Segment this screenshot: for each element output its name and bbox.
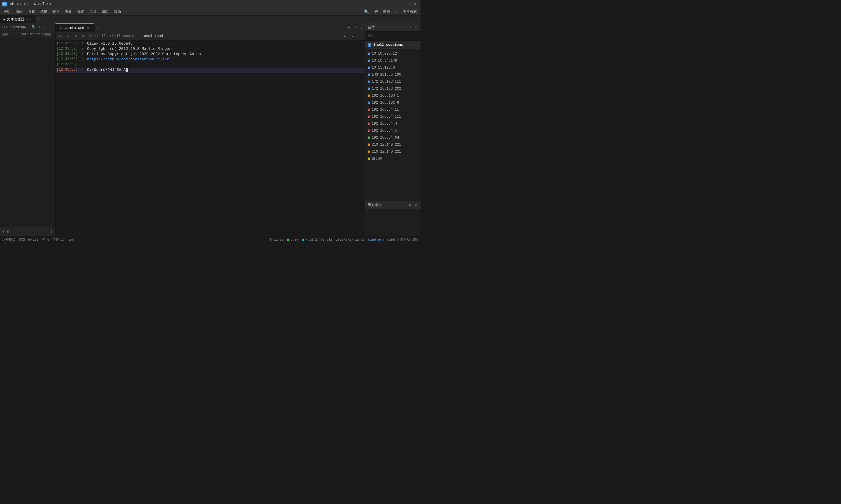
line-4-content: https://github.com/chrisant996/clink [87,57,364,61]
add-tab-button[interactable]: + [94,23,102,32]
session-item[interactable]: 210.12.140.221 [365,141,420,148]
close-chat-icon[interactable]: ✕ [413,25,418,30]
more-options-icon[interactable]: ⋯ [49,25,53,30]
edit-label[interactable]: 编照 [412,237,418,242]
scroll-down-icon[interactable]: ∨ [349,33,356,39]
line-3-content: Portions Copyright (c) 2020-2022 Christo… [87,52,364,56]
session-item[interactable]: 192.168.64.4 [365,120,420,127]
menu-item-view[interactable]: 查看 [63,9,74,15]
shell-sessions-icon: S [368,43,371,47]
col-type-header[interactable]: 类型 [45,32,53,36]
clock-item: 12:33 [269,238,284,241]
history-config-icon[interactable]: ⚙ [408,203,412,208]
up-directory-icon[interactable]: ↑ [37,25,42,30]
maximize-panel-icon[interactable]: □ [359,24,365,31]
minimize-button[interactable]: ─ [398,1,404,7]
session-dot [368,137,370,139]
session-item[interactable]: 192.168.100.1 [365,92,420,99]
breadcrumb-admin-cmd[interactable]: admin:cmd [144,34,163,38]
shell-sessions-header: S Shell sessions [365,41,420,49]
terminal-content[interactable]: [12:33:50] 1 Clink v1.3.15.6e6e45 [12:33… [55,40,365,236]
datetime-item: 2023/5/27 12:33 [336,238,365,241]
cpu-dot [287,238,289,241]
session-item[interactable]: 192.168.64.111 [365,113,420,120]
at-label: @ [397,238,399,241]
scroll-up-icon[interactable]: ∧ [342,33,348,39]
history-panel-header: 历史命令 ⚙ ✕ [365,201,420,209]
menu-item-goto[interactable]: 转到 [50,9,62,15]
csdn-label[interactable]: CSDN [387,238,395,241]
cpu-label: 9.8% [291,238,298,241]
breadcrumb-shell-sessions[interactable]: shell sessions [110,34,140,38]
session-item[interactable]: 10.10.34.149 [365,57,420,64]
split-add-icon[interactable]: + [352,24,359,31]
line-5-num: 5 [80,62,87,67]
file-manager-tab[interactable]: ⊟ 文件管理器 ⚙ ✕ [0,16,35,23]
follow-icon-btn[interactable]: 随道 [381,9,393,15]
menu-item-search[interactable]: 搜索 [26,9,37,15]
maximize-button[interactable]: □ [405,1,411,7]
file-manager-tab-close[interactable]: ✕ [30,18,32,21]
line-6-time: [12:33:55] [57,68,80,72]
terminal-info-icon[interactable]: ⓘ [88,33,94,39]
history-close-icon[interactable]: ✕ [413,203,418,208]
tab-close-icon[interactable]: ✕ [86,26,90,30]
session-item[interactable]: 192.168.64.5 [365,127,420,134]
session-dot [368,80,370,83]
session-dot [368,102,370,104]
session-item[interactable]: 10.10.208.12 [365,50,420,57]
close-icon-btn[interactable]: ✕ [393,9,400,15]
session-item[interactable]: 143.201.56.190 [365,71,420,78]
file-list-content [0,38,55,227]
mode-item: cmd [68,238,74,241]
col-name-header[interactable]: 名称 [2,32,21,36]
session-label: 10.10.34.149 [372,59,397,63]
session-item[interactable]: 华为云 [365,155,420,162]
session-item[interactable]: 172.16.183.202 [365,85,420,92]
breadcrumb-path: 4143/Desktop/ [2,25,30,29]
search-icon-btn[interactable]: 🔍 [362,9,372,15]
line-2-content: Copyright (c) 2012-2018 Martin Ridgers [87,47,364,51]
session-item[interactable]: 10.15.128.8 [365,64,420,71]
new-terminal-icon[interactable]: ⊕ [72,33,79,39]
session-item[interactable]: 172.16.173.111 [365,78,420,85]
font-size-icon[interactable]: A [346,24,352,31]
menu-item-mode[interactable]: 模式 [75,9,86,15]
menu-item-select[interactable]: 选择 [38,9,50,15]
prompt-input: A [123,68,126,72]
svg-text:W: W [3,2,6,6]
split-horizontal-icon[interactable]: ⊟ [57,33,64,39]
menu-item-help[interactable]: 帮助 [111,9,123,15]
refresh-icon[interactable]: ↻ [43,25,48,30]
datetime-label: 2023/5/27 12:33 [336,238,365,241]
upload-icon[interactable]: ↑ [51,229,53,234]
session-item[interactable]: 192.168.102.8 [365,99,420,106]
split-vertical-icon[interactable]: ⊞ [65,33,71,39]
terminal-more-icon[interactable]: ⋯ [357,33,363,39]
search-files-icon[interactable]: 🔍 [31,25,36,30]
menu-item-tools[interactable]: 工具 [87,9,99,15]
file-manager-tab-icon: ⊟ [3,18,5,21]
menu-item-sessions[interactable]: 会话 [1,9,13,15]
expand-chat-icon[interactable]: ⤢ [408,25,412,30]
col-date-header[interactable]: Date modified [21,33,45,36]
copy-terminal-icon[interactable]: ⧉ [80,33,86,39]
tab-admin-cmd[interactable]: 1. admin:cmd ✕ [55,23,94,32]
mem-dot [302,238,304,241]
file-manager-tab-config[interactable]: ⚙ [26,18,28,21]
session-item[interactable]: 192.168.64.11 [365,106,420,113]
add-panel-button[interactable]: + [35,16,42,23]
session-item[interactable]: 210.12.140.221 [365,148,420,155]
chat-panel-header: 会话 ⤢ ✕ [365,23,420,32]
session-item[interactable]: 192.168.64.64 [365,134,420,141]
follow-label[interactable]: 随心动 [400,237,410,242]
clink-link[interactable]: https://github.com/chrisant996/clink [87,57,169,61]
menu-item-edit[interactable]: 编辑 [14,9,25,15]
user-icon-btn[interactable]: 户 [372,9,380,15]
session-label: 210.12.140.221 [372,150,401,154]
professional-mode-btn[interactable]: 专注模式 [401,9,419,15]
breadcrumb-shell[interactable]: shell [95,34,106,38]
line-1-time: [12:33:50] [57,41,80,46]
close-window-button[interactable]: ✕ [412,1,418,7]
menu-item-window[interactable]: 窗口 [99,9,111,15]
